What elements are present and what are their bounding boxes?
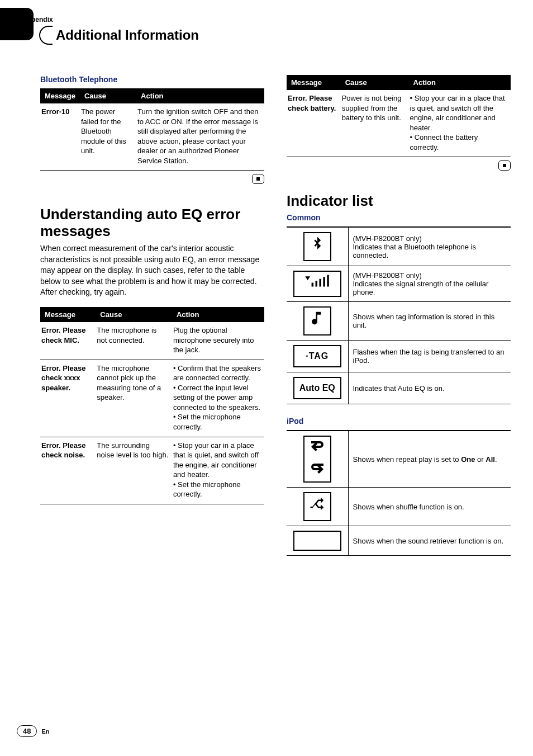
cell-action: • Confirm that the speakers are connecte… xyxy=(172,360,264,437)
autoeq-icon: Auto EQ xyxy=(293,377,341,399)
indicator-list-heading: Indicator list xyxy=(287,193,511,210)
svg-rect-3 xyxy=(323,277,325,286)
indicator-desc: Flashes when the tag is being transferre… xyxy=(348,341,511,372)
indicator-row: Shows when the sound retriever function … xyxy=(287,526,511,556)
autoeq-table: Message Cause Action Error. Please check… xyxy=(40,307,264,504)
table-row: Error. Please check MIC. The microphone … xyxy=(40,322,264,360)
indicator-desc: Indicates that Auto EQ is on. xyxy=(348,372,511,404)
indicator-row: ·TAG Flashes when the tag is being trans… xyxy=(287,341,511,372)
repeat-icon xyxy=(303,436,331,483)
desc-text: Shows when repeat play is set to xyxy=(353,455,461,464)
th-message: Message xyxy=(40,307,96,322)
cell-cause: Power is not being supplied from the bat… xyxy=(341,90,409,157)
th-cause: Cause xyxy=(96,307,172,322)
title-ornament xyxy=(39,26,53,45)
language-label: En xyxy=(41,728,49,735)
bold-all: All xyxy=(486,455,495,464)
music-note-icon xyxy=(303,306,331,336)
cell-action: • Stop your car in a place that is quiet… xyxy=(409,90,511,157)
svg-rect-0 xyxy=(311,283,313,287)
tag-label: ·TAG xyxy=(306,351,329,361)
section-end-icon xyxy=(252,174,264,184)
cell-cause: The power failed for the Bluetooth modul… xyxy=(80,103,136,171)
desc-suffix: . xyxy=(495,455,497,464)
indicator-row: Shows when repeat play is set to One or … xyxy=(287,431,511,488)
title-tab xyxy=(0,8,34,40)
bluetooth-table: Message Cause Action Error-10 The power … xyxy=(40,88,264,171)
cell-cause: The surrounding noise level is too high. xyxy=(96,437,172,504)
th-action: Action xyxy=(172,307,264,322)
bluetooth-icon xyxy=(303,232,331,261)
indicator-row: Auto EQ Indicates that Auto EQ is on. xyxy=(287,372,511,404)
title-bar: Additional Information xyxy=(22,25,511,53)
cell-message: Error-10 xyxy=(40,103,80,171)
th-cause: Cause xyxy=(80,88,136,103)
section-end-icon xyxy=(498,160,511,171)
blank-icon xyxy=(293,531,341,551)
indicator-row: (MVH-P8200BT only) Indicates that a Blue… xyxy=(287,227,511,266)
indicator-desc: Shows when shuffle function is on. xyxy=(348,488,511,526)
svg-rect-1 xyxy=(315,281,317,286)
indicator-row: Shows when tag information is stored in … xyxy=(287,302,511,341)
cell-message: Error. Please check noise. xyxy=(40,437,96,504)
th-action: Action xyxy=(136,88,264,103)
cell-message: Error. Please check battery. xyxy=(287,90,341,157)
svg-rect-2 xyxy=(319,279,321,287)
ipod-indicator-table: Shows when repeat play is set to One or … xyxy=(287,430,511,556)
bluetooth-heading: Bluetooth Telephone xyxy=(40,75,264,84)
indicator-desc: (MVH-P8200BT only) Indicates the signal … xyxy=(348,266,511,302)
appendix-label: Appendix xyxy=(22,16,511,23)
table-row: Error. Please check xxxx speaker. The mi… xyxy=(40,360,264,437)
th-message: Message xyxy=(287,75,341,90)
cell-cause: The microphone is not connected. xyxy=(96,322,172,360)
common-indicator-table: (MVH-P8200BT only) Indicates that a Blue… xyxy=(287,226,511,404)
th-action: Action xyxy=(409,75,511,90)
signal-icon xyxy=(293,271,341,297)
autoeq-label: Auto EQ xyxy=(299,383,335,393)
th-cause: Cause xyxy=(341,75,409,90)
page-number: 48 xyxy=(17,725,37,737)
svg-rect-4 xyxy=(327,275,329,287)
indicator-row: (MVH-P8200BT only) Indicates the signal … xyxy=(287,266,511,302)
table-row: Error-10 The power failed for the Blueto… xyxy=(40,103,264,171)
cell-action: Plug the optional microphone securely in… xyxy=(172,322,264,360)
page-title: Additional Information xyxy=(56,27,199,43)
autoeq-err-body: When correct measurement of the car's in… xyxy=(40,243,264,298)
cell-message: Error. Please check xxxx speaker. xyxy=(40,360,96,437)
indicator-row: Shows when shuffle function is on. xyxy=(287,488,511,526)
page-footer: 48 En xyxy=(17,725,50,737)
indicator-desc: Shows when repeat play is set to One or … xyxy=(348,431,511,488)
tag-icon: ·TAG xyxy=(293,345,341,367)
cell-action: Turn the ignition switch OFF and then to… xyxy=(136,103,264,171)
desc-mid: or xyxy=(475,455,486,464)
cell-message: Error. Please check MIC. xyxy=(40,322,96,360)
common-heading: Common xyxy=(287,213,511,222)
indicator-desc: Shows when tag information is stored in … xyxy=(348,302,511,341)
table-row: Error. Please check noise. The surroundi… xyxy=(40,437,264,504)
battery-table: Message Cause Action Error. Please check… xyxy=(287,75,511,157)
shuffle-icon xyxy=(303,492,331,521)
table-row: Error. Please check battery. Power is no… xyxy=(287,90,511,157)
bold-one: One xyxy=(461,455,475,464)
autoeq-err-heading: Understanding auto EQ error messages xyxy=(40,206,264,240)
th-message: Message xyxy=(40,88,80,103)
cell-action: • Stop your car in a place that is quiet… xyxy=(172,437,264,504)
indicator-desc: Shows when the sound retriever function … xyxy=(348,526,511,556)
ipod-heading: iPod xyxy=(287,417,511,426)
cell-cause: The microphone cannot pick up the measur… xyxy=(96,360,172,437)
indicator-desc: (MVH-P8200BT only) Indicates that a Blue… xyxy=(348,227,511,266)
